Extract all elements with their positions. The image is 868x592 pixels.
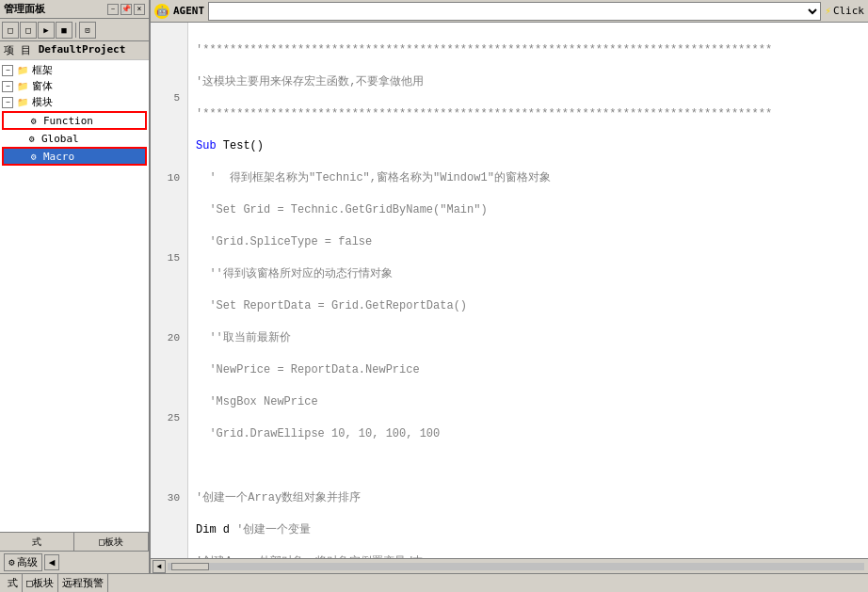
toolbar-btn-3[interactable]: ▶	[38, 22, 55, 39]
folder-icon-modules: 📁	[15, 96, 30, 109]
tree-item-modules[interactable]: － 📁 模块	[2, 94, 147, 110]
tree-item-global[interactable]: ⚙ Global	[2, 131, 147, 146]
folder-icon-frames: 📁	[15, 64, 30, 77]
code-content: 5 10 15	[151, 23, 868, 558]
gear-icon-global: ⚙	[24, 132, 40, 145]
click-label: ⚡ Click	[825, 5, 864, 17]
panel-controls: － 📌 ×	[107, 4, 145, 15]
tree-expander-modules[interactable]: －	[2, 97, 13, 108]
code-area: 5 10 15	[151, 23, 868, 558]
tree-label-windows: 窗体	[32, 79, 53, 93]
code-line: '创建一个Array数组对象并排序	[196, 490, 860, 506]
left-panel: 管理面板 － 📌 × □ □ ▶ ■ ⊡ 项 目 DefaultProject	[0, 0, 151, 573]
toolbar-btn-5[interactable]: ⊡	[79, 22, 96, 39]
tree-expander-windows[interactable]: －	[2, 81, 13, 92]
right-toolbar: 🤖 AGENT ⚡ Click	[151, 0, 868, 23]
gear-icon-function: ⚙	[26, 114, 41, 127]
agent-text: AGENT	[173, 5, 204, 17]
toolbar-btn-2[interactable]: □	[20, 22, 37, 39]
panel-title: 管理面板	[4, 2, 45, 16]
advanced-button[interactable]: ⚙ 高级	[4, 553, 42, 571]
minimize-button[interactable]: －	[107, 4, 119, 15]
status-blocks: □板块	[23, 574, 58, 592]
tree-expander-frames[interactable]: －	[2, 65, 13, 76]
code-line	[196, 458, 860, 474]
code-lines[interactable]: '***************************************…	[188, 23, 868, 558]
code-line: 'Grid.DrawEllipse 10, 10, 100, 100	[196, 426, 860, 442]
status-remote-text: 远程预警	[62, 576, 104, 590]
code-line: '***************************************…	[196, 106, 860, 122]
code-line: '***************************************…	[196, 42, 860, 58]
left-tab-blocks[interactable]: □板块	[74, 533, 149, 551]
code-line: 'NewPrice = ReportData.NewPrice	[196, 362, 860, 378]
tree-view: － 📁 框架 － 📁 窗体 － 📁 模块	[0, 60, 149, 532]
agent-icon: 🤖	[154, 4, 169, 19]
left-bottom-bar: ⚙ 高级 ◀	[0, 551, 149, 573]
code-line: Sub Test()	[196, 138, 860, 154]
dropdown-select[interactable]	[208, 2, 821, 21]
code-line: ''取当前最新价	[196, 330, 860, 346]
status-formula-text: 式	[8, 576, 18, 590]
status-blocks-text: □板块	[26, 576, 54, 590]
code-line: 'Grid.SpliceType = false	[196, 234, 860, 250]
click-text: Click	[833, 5, 864, 17]
status-formula: 式	[4, 574, 23, 592]
gear-icon-macro: ⚙	[26, 150, 41, 163]
toolbar-btn-1[interactable]: □	[2, 22, 19, 39]
tree-item-function[interactable]: ⚙ Function	[4, 113, 145, 128]
advanced-icon: ⚙	[8, 556, 15, 568]
tree-label-frames: 框架	[32, 63, 53, 77]
left-toolbar: □ □ ▶ ■ ⊡	[0, 19, 149, 41]
function-highlight-box: ⚙ Function	[2, 111, 147, 130]
project-row: 项 目 DefaultProject	[0, 41, 149, 60]
tree-label-global: Global	[41, 133, 79, 145]
code-line: ' 得到框架名称为"Technic",窗格名称为"Window1"的窗格对象	[196, 170, 860, 186]
macro-highlight-box: ⚙ Macro	[2, 147, 147, 166]
tree-item-macro[interactable]: ⚙ Macro	[4, 149, 145, 164]
panel-header: 管理面板 － 📌 ×	[0, 0, 149, 19]
code-line: 'Set ReportData = Grid.GetReportData()	[196, 298, 860, 314]
code-line: 'Set Grid = Technic.GetGridByName("Main"…	[196, 202, 860, 218]
code-line: ''得到该窗格所对应的动态行情对象	[196, 266, 860, 282]
scroll-left-button[interactable]: ◀	[153, 560, 166, 573]
code-line: 'MsgBox NewPrice	[196, 394, 860, 410]
tree-item-windows[interactable]: － 📁 窗体	[2, 78, 147, 94]
line-numbers: 5 10 15	[151, 23, 188, 558]
arrow-button[interactable]: ◀	[44, 554, 60, 570]
pin-button[interactable]: 📌	[121, 4, 132, 15]
lightning-icon: ⚡	[825, 5, 831, 17]
scroll-track[interactable]	[168, 563, 864, 570]
left-tabs: 式 □板块	[0, 532, 149, 551]
toolbar-btn-4[interactable]: ■	[56, 22, 72, 39]
code-line: '这模块主要用来保存宏主函数,不要拿做他用	[196, 74, 860, 90]
status-remote: 远程预警	[58, 574, 108, 592]
close-button[interactable]: ×	[134, 4, 145, 15]
tree-label-macro: Macro	[43, 151, 74, 163]
toolbar-separator	[75, 23, 76, 38]
project-label: 项 目	[4, 43, 31, 57]
tree-label-function: Function	[43, 115, 93, 127]
horizontal-scrollbar[interactable]: ◀	[151, 558, 868, 573]
folder-icon-windows: 📁	[15, 80, 30, 93]
tree-item-frames[interactable]: － 📁 框架	[2, 62, 147, 78]
status-bar: 式 □板块 远程预警	[0, 573, 868, 592]
tree-label-modules: 模块	[32, 95, 53, 109]
right-panel: 🤖 AGENT ⚡ Click	[151, 0, 868, 573]
arrow-icon: ◀	[49, 556, 56, 568]
advanced-label: 高级	[17, 555, 38, 569]
project-name: DefaultProject	[39, 43, 126, 57]
code-line: Dim d '创建一个变量	[196, 522, 860, 538]
agent-label: 🤖 AGENT	[154, 4, 204, 19]
scroll-thumb[interactable]	[171, 563, 209, 570]
left-tab-formula[interactable]: 式	[0, 533, 74, 551]
